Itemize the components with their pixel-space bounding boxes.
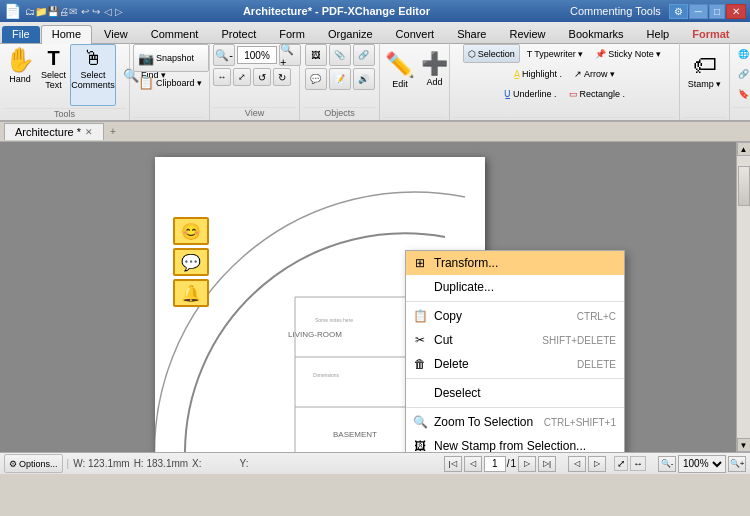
obj-btn4[interactable]: 💬 (305, 68, 327, 90)
tab-review[interactable]: Review (498, 25, 556, 43)
ctx-duplicate[interactable]: Duplicate... (406, 275, 624, 299)
tab-view[interactable]: View (93, 25, 139, 43)
fit-width-button[interactable]: ↔ (213, 68, 231, 86)
page-input[interactable] (484, 456, 506, 472)
title-bar: 📄 🗂📁💾🖨✉ ↩ ↪ ◁ ▷ Architecture* - PDF-XCha… (0, 0, 750, 22)
next-view-button[interactable]: ▷ (588, 456, 606, 472)
scroll-up-button[interactable]: ▲ (737, 142, 751, 156)
doc-tab-close-button[interactable]: ✕ (85, 127, 93, 137)
select-text-button[interactable]: T SelectText (39, 44, 68, 106)
zoom-in-button[interactable]: 🔍+ (279, 44, 301, 66)
ctx-transform[interactable]: ⊞ Transform... (406, 251, 624, 275)
stamp-2: 💬 (173, 248, 209, 276)
tab-bookmarks[interactable]: Bookmarks (558, 25, 635, 43)
scroll-down-button[interactable]: ▼ (737, 438, 751, 452)
arrow-button[interactable]: ↗ Arrow ▾ (569, 64, 620, 83)
ctx-sep1 (406, 301, 624, 302)
tab-file[interactable]: File (2, 26, 40, 43)
ctx-deselect[interactable]: Deselect (406, 381, 624, 405)
web-links-button[interactable]: 🌐 Web Links ▾ (733, 44, 750, 63)
options-icon: ⚙ (9, 459, 17, 469)
add-bookmark-icon: 🔖 (738, 89, 749, 99)
edit-button[interactable]: ✏️ Edit (383, 49, 417, 111)
snapshot-button[interactable]: 📷 Snapshot (133, 44, 209, 72)
highlight-label: Highlight . (522, 69, 562, 79)
window-title: Architecture* - PDF-XChange Editor (124, 5, 549, 17)
scroll-thumb[interactable] (738, 166, 750, 206)
ctx-new-stamp-label: New Stamp from Selection... (434, 439, 586, 452)
prev-view-button[interactable]: ◁ (568, 456, 586, 472)
highlight-button[interactable]: A̲ Highlight . (509, 64, 567, 83)
tab-convert[interactable]: Convert (385, 25, 446, 43)
sticky-note-button[interactable]: 📌 Sticky Note ▾ (590, 44, 666, 63)
add-icon: ➕ (421, 53, 448, 75)
ctx-copy[interactable]: 📋 Copy CTRL+C (406, 304, 624, 328)
nav-prev-button[interactable]: ◁ (464, 456, 482, 472)
edit-group-label (383, 117, 446, 120)
restore-button[interactable]: □ (709, 4, 725, 19)
rectangle-button[interactable]: ▭ Rectangle . (564, 84, 631, 103)
ctx-delete[interactable]: 🗑 Delete DELETE (406, 352, 624, 376)
rotate-left-button[interactable]: ↺ (253, 68, 271, 86)
add-button[interactable]: ➕ Add (419, 49, 450, 111)
ctx-zoom[interactable]: 🔍 Zoom To Selection CTRL+SHIFT+1 (406, 410, 624, 434)
ctx-copy-shortcut: CTRL+C (577, 311, 616, 322)
nav-next-button[interactable]: ▷ (518, 456, 536, 472)
ctx-new-stamp[interactable]: 🖼 New Stamp from Selection... (406, 434, 624, 452)
zoom-select[interactable]: 100% 75% 150% (678, 455, 726, 473)
ctx-delete-label: Delete (434, 357, 469, 371)
close-button[interactable]: ✕ (726, 4, 746, 19)
underline-button[interactable]: U̲ Underline . (499, 84, 562, 103)
scroll-track[interactable] (737, 156, 751, 438)
tab-comment[interactable]: Comment (140, 25, 210, 43)
rotate-right-button[interactable]: ↻ (273, 68, 291, 86)
stamp-button[interactable]: 🏷 Stamp ▾ (683, 49, 726, 111)
nav-first-button[interactable]: |◁ (444, 456, 462, 472)
typewriter-button[interactable]: T Typewriter ▾ (522, 44, 589, 63)
fit-page-button[interactable]: ⤢ (233, 68, 251, 86)
tab-organize[interactable]: Organize (317, 25, 384, 43)
tab-format[interactable]: Format (681, 25, 740, 43)
ribbon-group-stamp: 🏷 Stamp ▾ (680, 42, 730, 120)
ctx-duplicate-label: Duplicate... (434, 280, 494, 294)
underline-icon: U̲ (504, 89, 511, 99)
create-link-button[interactable]: 🔗 Create Link (733, 64, 750, 83)
obj-btn2[interactable]: 📎 (329, 44, 351, 66)
obj-btn3[interactable]: 🔗 (353, 44, 375, 66)
selection-button[interactable]: ⬡ Selection (463, 44, 520, 63)
hand-tool-button[interactable]: ✋ Hand (3, 44, 37, 106)
zoom-in-status-button[interactable]: 🔍+ (728, 456, 746, 472)
zoom-input[interactable] (237, 46, 277, 64)
edit-icon: ✏️ (385, 53, 415, 77)
ctx-cut[interactable]: ✂ Cut SHIFT+DELETE (406, 328, 624, 352)
doc-tab-add-button[interactable]: + (104, 124, 122, 139)
obj-btn1[interactable]: 🖼 (305, 44, 327, 66)
tab-help[interactable]: Help (636, 25, 681, 43)
options-button[interactable]: ⚙ Options... (4, 454, 63, 473)
minimize-button[interactable]: ─ (689, 4, 708, 19)
window-controls[interactable]: ⚙ ─ □ ✕ (669, 4, 746, 19)
canvas-area[interactable]: LIVING-ROOM BASEMENT Some notes here Dim… (0, 142, 736, 452)
select-comments-button[interactable]: 🖱 SelectComments (70, 44, 116, 106)
stamp-annotation-group: 😊 💬 🔔 (173, 217, 209, 307)
fit-width-icon[interactable]: ↔ (630, 456, 646, 471)
zoom-out-status-button[interactable]: 🔍- (658, 456, 676, 472)
vertical-scrollbar[interactable]: ▲ ▼ (736, 142, 750, 452)
zoom-out-button[interactable]: 🔍- (213, 44, 235, 66)
fit-icon[interactable]: ⤢ (614, 456, 628, 471)
ctx-transform-label: Transform... (434, 256, 498, 270)
obj-btn5[interactable]: 📝 (329, 68, 351, 90)
hand-icon: ✋ (5, 48, 35, 72)
copy-icon: 📋 (412, 308, 428, 324)
clipboard-button[interactable]: 📋 Clipboard ▾ (133, 73, 209, 92)
add-bookmark-button[interactable]: 🔖 Add Bookmark (733, 84, 750, 103)
tab-arrange[interactable]: Arrange (742, 25, 751, 43)
tab-protect[interactable]: Protect (210, 25, 267, 43)
tab-share[interactable]: Share (446, 25, 497, 43)
selection-label: Selection (478, 49, 515, 59)
tab-form[interactable]: Form (268, 25, 316, 43)
doc-tab[interactable]: Architecture * ✕ (4, 123, 104, 140)
rectangle-label: Rectangle . (580, 89, 626, 99)
obj-btn6[interactable]: 🔊 (353, 68, 375, 90)
nav-last-button[interactable]: ▷| (538, 456, 556, 472)
